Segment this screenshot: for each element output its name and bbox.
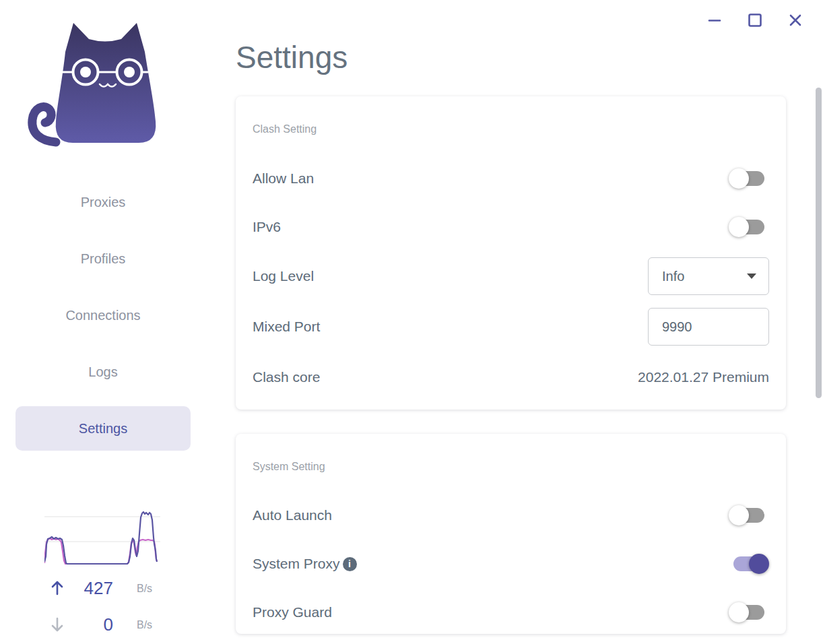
traffic-graph <box>44 505 160 566</box>
setting-row-log-level: Log Level Info <box>253 257 769 295</box>
setting-label: System Proxy <box>253 556 340 572</box>
page-title: Settings <box>236 40 348 74</box>
ipv6-toggle[interactable] <box>729 216 769 238</box>
toggle-knob <box>729 505 749 525</box>
download-value: 0 <box>65 614 113 635</box>
maximize-button[interactable] <box>744 9 766 31</box>
minimize-button[interactable] <box>703 9 726 31</box>
minimize-icon <box>708 13 721 27</box>
toggle-knob <box>749 554 769 574</box>
sidebar: Proxies Profiles Connections Logs Settin… <box>0 0 205 644</box>
info-icon[interactable]: i <box>343 557 357 571</box>
upload-arrow-icon <box>50 580 65 596</box>
setting-row-allow-lan: Allow Lan <box>253 160 769 197</box>
maximize-icon <box>748 13 762 28</box>
system-setting-card: System Setting Auto Launch System Proxy … <box>236 434 786 634</box>
setting-row-auto-launch: Auto Launch <box>253 496 769 534</box>
cat-eye-left <box>80 67 91 77</box>
sidebar-item-profiles[interactable]: Profiles <box>15 236 191 281</box>
section-label: Clash Setting <box>253 124 317 135</box>
sidebar-item-settings[interactable]: Settings <box>15 406 191 451</box>
chevron-down-icon <box>747 273 756 279</box>
setting-row-clash-core: Clash core 2022.01.27 Premium <box>253 358 769 396</box>
clash-core-version: 2022.01.27 Premium <box>638 369 769 385</box>
download-unit: B/s <box>137 618 152 632</box>
setting-label: Log Level <box>253 268 314 284</box>
toggle-knob <box>729 168 749 189</box>
sidebar-item-connections[interactable]: Connections <box>15 293 191 337</box>
close-icon <box>789 13 802 27</box>
clash-cat-logo <box>26 20 160 148</box>
setting-label: Allow Lan <box>253 170 314 187</box>
setting-row-proxy-guard: Proxy Guard <box>253 593 769 631</box>
download-arrow-icon <box>50 616 65 633</box>
select-value: Info <box>662 269 684 284</box>
close-button[interactable] <box>784 9 807 31</box>
download-stat: 0 B/s <box>0 614 205 635</box>
traffic-line-primary <box>44 512 157 564</box>
setting-label: Clash core <box>253 369 320 385</box>
proxy-guard-toggle[interactable] <box>729 602 769 623</box>
setting-label: Auto Launch <box>253 507 332 523</box>
cat-body <box>56 23 156 143</box>
cat-eye-right <box>124 67 135 77</box>
setting-label: Mixed Port <box>253 319 320 335</box>
scrollbar-thumb[interactable] <box>816 88 822 398</box>
upload-stat: 427 B/s <box>0 578 205 598</box>
toggle-knob <box>729 602 749 622</box>
allow-lan-toggle[interactable] <box>729 168 769 189</box>
upload-unit: B/s <box>137 582 152 595</box>
setting-row-mixed-port: Mixed Port <box>253 308 769 346</box>
setting-row-ipv6: IPv6 <box>253 208 769 246</box>
setting-row-system-proxy: System Proxy i <box>253 545 769 583</box>
sidebar-item-proxies[interactable]: Proxies <box>15 180 191 224</box>
section-label: System Setting <box>253 461 325 472</box>
log-level-select[interactable]: Info <box>648 257 769 295</box>
setting-label: IPv6 <box>253 219 281 235</box>
sidebar-item-logs[interactable]: Logs <box>15 350 191 394</box>
auto-launch-toggle[interactable] <box>729 505 769 526</box>
toggle-knob <box>729 217 749 237</box>
mixed-port-input[interactable] <box>648 308 769 346</box>
upload-value: 427 <box>65 578 113 598</box>
clash-setting-card: Clash Setting Allow Lan IPv6 Log Level I… <box>236 96 786 410</box>
cat-tail <box>32 107 56 142</box>
setting-label: Proxy Guard <box>253 604 332 620</box>
system-proxy-toggle[interactable] <box>729 553 769 575</box>
